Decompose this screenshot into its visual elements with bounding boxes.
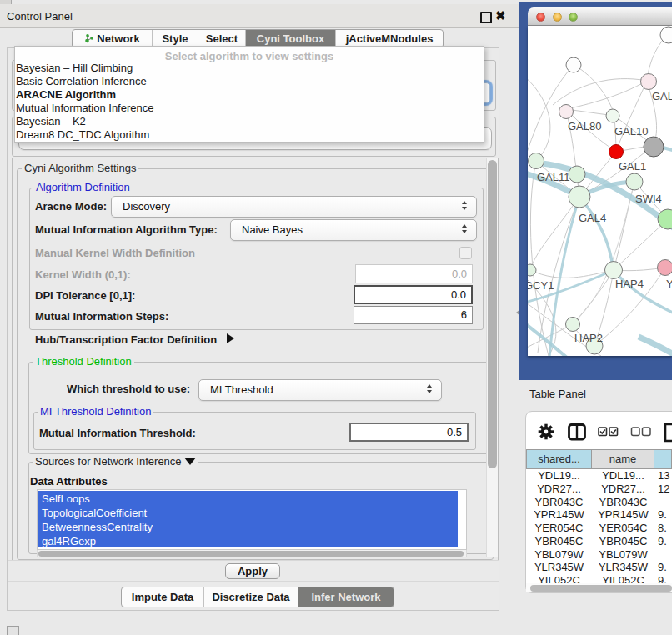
svg-text:HAP2: HAP2	[574, 332, 603, 344]
svg-text:GAL80: GAL80	[568, 120, 601, 132]
svg-text:HAP4: HAP4	[615, 278, 644, 290]
svg-text:GAL4: GAL4	[579, 212, 606, 224]
svg-text:GAL8: GAL8	[652, 90, 672, 102]
svg-text:SWI4: SWI4	[635, 192, 662, 205]
svg-text:GAL11: GAL11	[537, 171, 570, 183]
svg-text:Y: Y	[666, 278, 672, 290]
svg-text:GCY1: GCY1	[528, 279, 554, 292]
svg-text:GAL1: GAL1	[619, 160, 646, 172]
svg-text:GAL10: GAL10	[614, 125, 648, 138]
